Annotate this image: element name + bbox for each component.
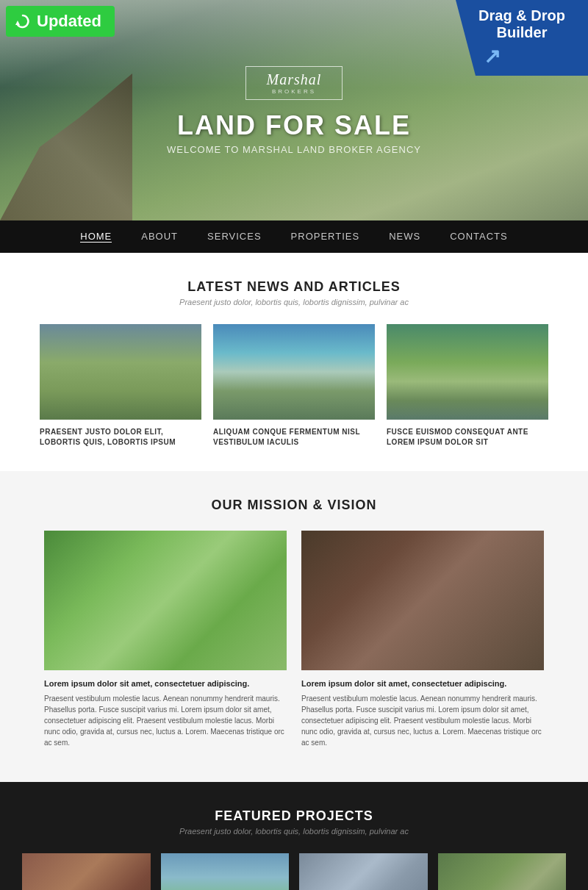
brand-name: Marshal bbox=[267, 71, 322, 87]
news-card-3: FUSCE EUISMOD CONSEQUAT ANTE LOREM IPSUM… bbox=[387, 324, 548, 448]
news-image-1 bbox=[40, 324, 201, 420]
hero-title: LAND FOR SALE bbox=[167, 110, 421, 141]
mission-desc-1-text: Praesent vestibulum molestie lacus. Aene… bbox=[44, 695, 284, 747]
news-caption-2: ALIQUAM CONQUE FERMENTUM NISL VESTIBULUM… bbox=[213, 427, 375, 448]
nav-properties[interactable]: PROPERTIES bbox=[291, 231, 360, 243]
project-card-2: PROJECT NAME Praesent justo dolor, lobor… bbox=[161, 853, 290, 891]
project-image-2 bbox=[161, 853, 290, 891]
project-card-4: PROJECT NAME Praesent justo dolor, lobor… bbox=[438, 853, 567, 891]
news-section-header: LATEST NEWS AND ARTICLES Praesent justo … bbox=[0, 253, 588, 312]
project-card-1: PROJECT NAME Praesent justo dolor, lobor… bbox=[22, 853, 151, 891]
project-image-3 bbox=[299, 853, 428, 891]
news-subtitle: Praesent justo dolor, lobortis quis, lob… bbox=[0, 298, 588, 306]
mission-desc-2: Lorem ipsum dolor sit amet, consectetuer… bbox=[301, 678, 544, 748]
nav-about[interactable]: ABOUT bbox=[141, 231, 178, 243]
news-title: LATEST NEWS AND ARTICLES bbox=[0, 279, 588, 295]
featured-title: FEATURED PROJECTS bbox=[0, 808, 588, 824]
mission-title: OUR MISSION & VISION bbox=[0, 498, 588, 513]
mission-grid: Lorem ipsum dolor sit amet, consectetuer… bbox=[0, 519, 588, 760]
mission-image-2 bbox=[301, 531, 544, 670]
project-card-3: PROJECT NAME Praesent justo dolor, lobor… bbox=[299, 853, 428, 891]
mission-desc-2-text: Praesent vestibulum molestie lacus. Aene… bbox=[301, 695, 542, 747]
featured-section: FEATURED PROJECTS Praesent justo dolor, … bbox=[0, 782, 588, 891]
mission-desc-2-bold: Lorem ipsum dolor sit amet, consectetuer… bbox=[301, 678, 544, 690]
mission-col-2: Lorem ipsum dolor sit amet, consectetuer… bbox=[301, 531, 544, 748]
news-card-1: PRAESENT JUSTO DOLOR ELIT, LOBORTIS QUIS… bbox=[40, 324, 201, 448]
mission-col-1: Lorem ipsum dolor sit amet, consectetuer… bbox=[44, 531, 287, 748]
news-caption-1: PRAESENT JUSTO DOLOR ELIT, LOBORTIS QUIS… bbox=[40, 427, 201, 448]
featured-subtitle: Praesent justo dolor, lobortis quis, lob… bbox=[0, 827, 588, 836]
mission-image-1 bbox=[44, 531, 287, 670]
news-image-3 bbox=[387, 324, 548, 420]
projects-grid: PROJECT NAME Praesent justo dolor, lobor… bbox=[0, 841, 588, 891]
main-nav: HOME ABOUT SERVICES PROPERTIES NEWS CONT… bbox=[0, 220, 588, 253]
brand-sub: BROKERS bbox=[267, 88, 322, 95]
news-caption-3: FUSCE EUISMOD CONSEQUAT ANTE LOREM IPSUM… bbox=[387, 427, 548, 448]
nav-contacts[interactable]: CONTACTS bbox=[450, 231, 508, 243]
hero-subtitle: WELCOME TO MARSHAL LAND BROKER AGENCY bbox=[167, 144, 421, 155]
mission-desc-1-bold: Lorem ipsum dolor sit amet, consectetuer… bbox=[44, 678, 287, 690]
nav-home[interactable]: HOME bbox=[80, 231, 112, 243]
hero-logo-box: Marshal BROKERS bbox=[245, 66, 343, 100]
news-grid: PRAESENT JUSTO DOLOR ELIT, LOBORTIS QUIS… bbox=[0, 312, 588, 471]
news-section: LATEST NEWS AND ARTICLES Praesent justo … bbox=[0, 253, 588, 471]
news-card-2: ALIQUAM CONQUE FERMENTUM NISL VESTIBULUM… bbox=[213, 324, 375, 448]
project-image-1 bbox=[22, 853, 151, 891]
nav-services[interactable]: SERVICES bbox=[207, 231, 262, 243]
mission-section-header: OUR MISSION & VISION bbox=[0, 471, 588, 519]
mission-section: OUR MISSION & VISION Lorem ipsum dolor s… bbox=[0, 471, 588, 782]
project-image-4 bbox=[438, 853, 567, 891]
featured-section-header: FEATURED PROJECTS Praesent justo dolor, … bbox=[0, 782, 588, 841]
news-image-2 bbox=[213, 324, 375, 420]
nav-news[interactable]: NEWS bbox=[389, 231, 420, 243]
hero-content: Marshal BROKERS LAND FOR SALE WELCOME TO… bbox=[167, 66, 421, 155]
hero-section: Marshal BROKERS LAND FOR SALE WELCOME TO… bbox=[0, 0, 588, 220]
mission-desc-1: Lorem ipsum dolor sit amet, consectetuer… bbox=[44, 678, 287, 748]
